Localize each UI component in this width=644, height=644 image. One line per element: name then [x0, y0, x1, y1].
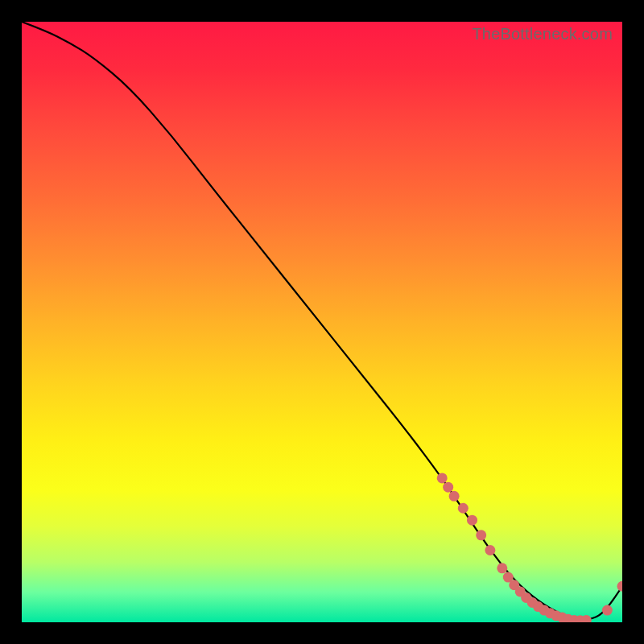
highlight-dot [476, 530, 486, 540]
chart-overlay-svg [22, 22, 622, 622]
highlight-dots-group [437, 473, 622, 622]
highlight-dot [449, 491, 460, 502]
highlight-dot [521, 592, 531, 603]
highlight-dot [602, 605, 613, 616]
bottleneck-curve-line [22, 22, 622, 620]
plot-area: TheBottleneck.com [22, 22, 622, 622]
highlight-dot [617, 581, 623, 592]
highlight-dot [563, 614, 573, 622]
highlight-dot [437, 473, 448, 483]
highlight-dot [581, 615, 592, 622]
highlight-dot [527, 597, 538, 608]
highlight-dot [458, 503, 469, 514]
highlight-dot [497, 563, 507, 573]
watermark-text: TheBottleneck.com [472, 25, 613, 43]
highlight-dot [467, 515, 477, 526]
highlight-dot [443, 482, 453, 493]
highlight-dot [539, 605, 550, 616]
highlight-dot [509, 580, 519, 590]
highlight-dot [575, 615, 585, 622]
highlight-dot [551, 610, 561, 621]
highlight-dot [545, 608, 555, 618]
chart-frame: TheBottleneck.com [0, 0, 644, 644]
highlight-dot [503, 572, 514, 583]
highlight-dot [569, 615, 580, 622]
highlight-dot [557, 613, 568, 622]
highlight-dot [485, 545, 495, 555]
highlight-dot [533, 601, 543, 612]
highlight-dot [515, 586, 526, 597]
